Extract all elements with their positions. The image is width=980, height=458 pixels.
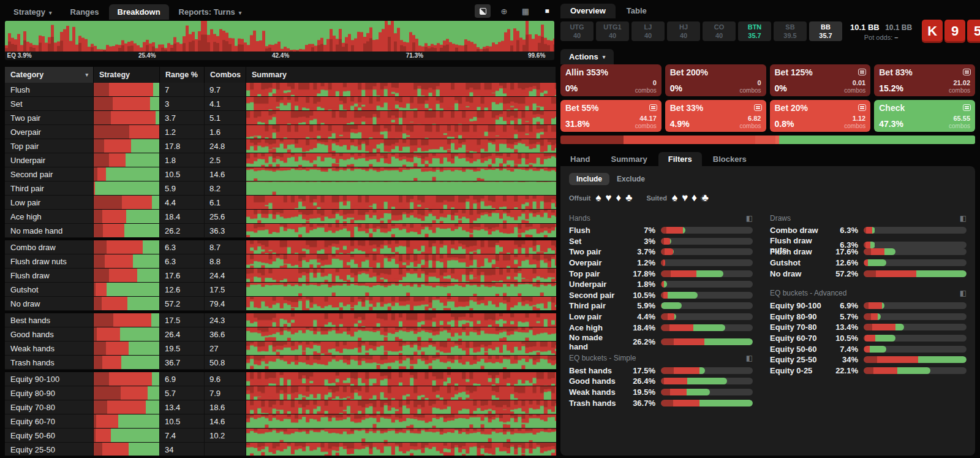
filter-row[interactable]: Flush draw nuts 6.3%	[770, 236, 967, 247]
tab-table[interactable]: Table	[617, 4, 657, 18]
solid-square-icon[interactable]: ■	[539, 4, 555, 18]
crosshair-icon[interactable]: ⊕	[496, 4, 512, 18]
filter-row[interactable]: Trash hands 36.7%	[569, 397, 753, 408]
table-row[interactable]: Equity 70-80 13.4 18.6	[5, 400, 556, 414]
filter-row[interactable]: Equity 50-60 7.4%	[770, 343, 967, 354]
position-badge-co[interactable]: CO 40	[703, 21, 736, 41]
club-suited-icon[interactable]: ♣♣	[701, 192, 709, 204]
heart-offsuit-icon[interactable]: ♥	[605, 192, 611, 204]
action-button-bet-33-[interactable]: Bet 33% 4.9% 6.82combos	[665, 100, 766, 132]
table-row[interactable]: Underpair 1.8 2.5	[5, 153, 556, 167]
filter-row[interactable]: Second pair 10.5%	[569, 290, 753, 301]
position-badge-utg1[interactable]: UTG1 40	[596, 21, 629, 41]
spade-offsuit-icon[interactable]: ♠	[595, 192, 601, 204]
table-row[interactable]: Trash hands 36.7 50.8	[5, 356, 556, 370]
tab-filters[interactable]: Filters	[658, 152, 702, 166]
action-button-bet-125-[interactable]: Bet 125% 0% 0.01combos	[770, 64, 871, 96]
filter-row[interactable]: Overpair 1.2%	[569, 258, 753, 269]
note-icon[interactable]	[963, 104, 971, 111]
table-row[interactable]: Top pair 17.8 24.8	[5, 139, 556, 153]
table-row[interactable]: Flush 7 9.7	[5, 83, 556, 97]
filter-row[interactable]: Flush 7%	[569, 225, 753, 236]
table-row[interactable]: Flush draw 17.6 24.4	[5, 269, 556, 283]
table-row[interactable]: Equity 90-100 6.9 9.6	[5, 372, 556, 386]
table-row[interactable]: Good hands 26.4 36.6	[5, 327, 556, 342]
table-row[interactable]: Equity 60-70 10.5 14.6	[5, 414, 556, 429]
left-tab[interactable]: Ranges▾	[62, 4, 108, 20]
grid-view-icon[interactable]: ▦	[518, 4, 533, 18]
header-category[interactable]: Category ▾	[5, 67, 94, 83]
position-badge-sb[interactable]: SB 39.5	[774, 21, 807, 41]
table-row[interactable]: No draw 57.2 79.4	[5, 297, 556, 311]
action-button-bet-83-[interactable]: Bet 83% 15.2% 21.02combos	[874, 64, 975, 96]
left-tab[interactable]: Strategy▾	[5, 4, 61, 20]
spade-suited-icon[interactable]: ♠♠	[672, 192, 677, 204]
action-button-check[interactable]: Check 47.3% 65.55combos	[874, 100, 975, 132]
table-row[interactable]: Second pair 10.5 14.6	[5, 167, 556, 181]
half-square-toggle-icon[interactable]: ◧	[960, 214, 967, 223]
half-square-toggle-icon[interactable]: ◧	[746, 354, 753, 362]
club-offsuit-icon[interactable]: ♣	[625, 192, 632, 204]
board-card[interactable]: K	[922, 20, 943, 43]
note-icon[interactable]	[858, 104, 866, 111]
table-row[interactable]: Set 3 4.1	[5, 97, 556, 111]
filter-row[interactable]: Set 3%	[569, 236, 753, 247]
tab-overview[interactable]: Overview	[560, 4, 616, 18]
table-row[interactable]: No made hand 26.2 36.3	[5, 224, 556, 238]
table-row[interactable]: Equity 80-90 5.7 7.9	[5, 386, 556, 400]
table-row[interactable]: Flush draw nuts 6.3 8.8	[5, 254, 556, 269]
table-row[interactable]: Equity 25-50 34	[5, 443, 556, 456]
filter-row[interactable]: No draw 57.2%	[770, 268, 967, 279]
filter-row[interactable]: Weak hands 19.5%	[569, 387, 753, 398]
position-badge-hj[interactable]: HJ 40	[667, 21, 700, 41]
table-row[interactable]: Gutshot 12.6 17.5	[5, 283, 556, 297]
table-row[interactable]: Third pair 5.9 8.2	[5, 181, 556, 196]
position-badge-bb[interactable]: BB 35.7	[809, 21, 842, 41]
filter-row[interactable]: Ace high 18.4%	[569, 322, 753, 333]
filter-row[interactable]: Good hands 26.4%	[569, 376, 753, 387]
position-badge-utg[interactable]: UTG 40	[560, 21, 594, 41]
filter-row[interactable]: Gutshot 12.6%	[770, 258, 967, 269]
tab-blockers[interactable]: Blockers	[703, 152, 756, 166]
action-button-bet-20-[interactable]: Bet 20% 0.8% 1.12combos	[770, 100, 871, 132]
action-button-allin-353-[interactable]: Allin 353% 0% 0combos	[560, 64, 662, 96]
filter-row[interactable]: Equity 0-25 22.1%	[770, 365, 967, 376]
filter-row[interactable]: Equity 25-50 34%	[770, 354, 967, 365]
diamond-suited-icon[interactable]: ♦♦	[692, 192, 696, 204]
contrast-view-icon[interactable]	[475, 4, 491, 18]
diamond-offsuit-icon[interactable]: ♦	[616, 192, 622, 204]
board-card[interactable]: 9	[944, 20, 965, 43]
half-square-toggle-icon[interactable]: ◧	[960, 289, 967, 297]
filter-row[interactable]: Top pair 17.8%	[569, 268, 753, 279]
left-tab[interactable]: Breakdown▾	[109, 4, 169, 20]
note-icon[interactable]	[858, 69, 866, 75]
filter-row[interactable]: Two pair 3.7%	[569, 246, 753, 258]
table-row[interactable]: Weak hands 19.5 27	[5, 342, 556, 356]
filter-row[interactable]: Equity 70-80 13.4%	[770, 322, 967, 333]
heart-suited-icon[interactable]: ♥♥	[681, 192, 688, 204]
table-row[interactable]: Overpair 1.2 1.6	[5, 125, 556, 139]
filter-row[interactable]: Equity 80-90 5.7%	[770, 311, 967, 323]
filter-row[interactable]: No made hand 26.2%	[569, 333, 753, 344]
table-row[interactable]: Low pair 4.4 6.1	[5, 196, 556, 210]
action-button-bet-55-[interactable]: Bet 55% 31.8% 44.17combos	[560, 100, 662, 132]
table-row[interactable]: Ace high 18.4 25.6	[5, 210, 556, 224]
left-tab[interactable]: Reports: Turns▾	[170, 4, 251, 20]
include-button[interactable]: Include	[569, 173, 609, 185]
filter-row[interactable]: Combo draw 6.3%	[770, 225, 967, 236]
filter-row[interactable]: Underpair 1.8%	[569, 279, 753, 290]
filter-row[interactable]: Flush draw 17.6%	[770, 246, 967, 258]
board-card[interactable]: 5	[967, 20, 980, 43]
table-row[interactable]: Best hands 17.5 24.3	[5, 313, 556, 327]
actions-dropdown[interactable]: Actions ▾	[560, 49, 614, 64]
filter-row[interactable]: Equity 60-70 10.5%	[770, 333, 967, 344]
tab-summary[interactable]: Summary	[601, 152, 657, 166]
note-icon[interactable]	[649, 104, 657, 111]
position-badge-lj[interactable]: LJ 40	[631, 21, 665, 41]
filter-row[interactable]: Third pair 5.9%	[569, 300, 753, 311]
filter-row[interactable]: Low pair 4.4%	[569, 311, 753, 323]
table-row[interactable]: Equity 50-60 7.4 10.2	[5, 429, 556, 443]
half-square-toggle-icon[interactable]: ◧	[746, 214, 753, 223]
exclude-button[interactable]: Exclude	[617, 175, 645, 183]
action-button-bet-200-[interactable]: Bet 200% 0% 0combos	[665, 64, 766, 96]
